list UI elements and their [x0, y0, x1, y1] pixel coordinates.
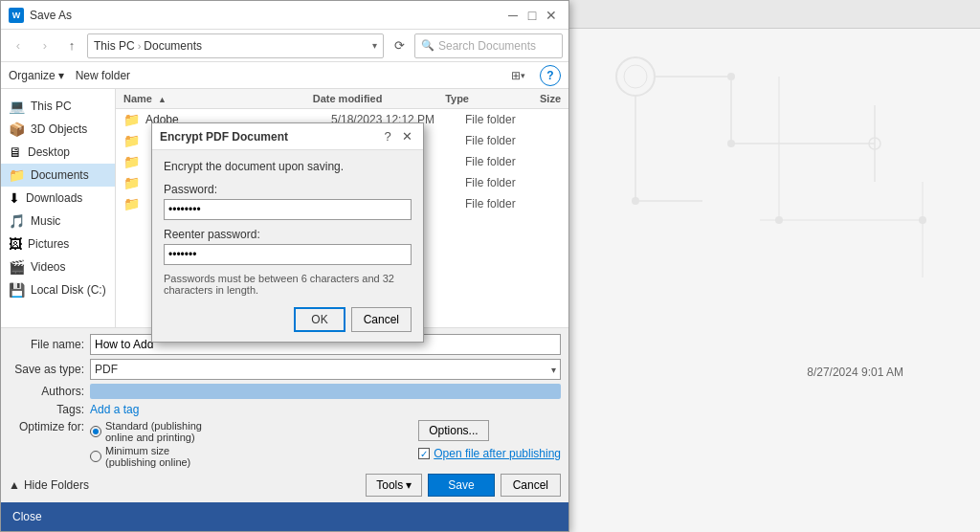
search-icon: 🔍: [421, 39, 434, 52]
downloads-icon: ⬇: [9, 190, 20, 206]
encrypt-title-buttons: ? ✕: [379, 128, 415, 145]
filename-label: File name:: [9, 338, 90, 351]
options-button[interactable]: Options...: [418, 420, 488, 441]
action-row: ▲ Hide Folders Tools ▾ Save Cancel: [9, 474, 561, 497]
sidebar-item-documents[interactable]: 📁 Documents: [1, 164, 115, 187]
file-dialog-toolbar: ‹ › ↑ This PC › Documents ▾ ⟳ 🔍 Search D…: [1, 30, 568, 62]
folder-icon: 📁: [123, 133, 140, 148]
col-header-type[interactable]: Type: [445, 93, 540, 104]
encrypt-dialog-title: Encrypt PDF Document: [160, 130, 379, 144]
col-header-date[interactable]: Date modified: [313, 93, 445, 104]
refresh-button[interactable]: ⟳: [388, 34, 411, 57]
help-button[interactable]: ?: [540, 65, 561, 86]
sidebar-item-local-disk[interactable]: 💾 Local Disk (C:): [1, 278, 115, 301]
tags-row: Tags: Add a tag: [9, 403, 561, 416]
sort-icon: ▲: [158, 95, 167, 104]
save-as-titlebar: W Save As ─ □ ✕: [1, 1, 568, 30]
add-tag-link[interactable]: Add a tag: [90, 403, 139, 416]
svg-point-17: [919, 216, 926, 224]
svg-point-15: [775, 216, 783, 224]
optimize-label: Optimize for:: [9, 420, 90, 468]
forward-button[interactable]: ›: [33, 34, 56, 57]
videos-icon: 🎬: [9, 259, 25, 275]
sidebar-item-pictures[interactable]: 🖼 Pictures: [1, 233, 115, 255]
svg-point-5: [727, 73, 735, 80]
svg-point-6: [727, 140, 735, 147]
search-bar[interactable]: 🔍 Search Documents: [414, 33, 563, 58]
up-button[interactable]: ↑: [60, 34, 83, 57]
sidebar-item-desktop[interactable]: 🖥 Desktop: [1, 141, 115, 164]
organize-button[interactable]: Organize ▾: [9, 69, 64, 82]
radio-standard-icon: [90, 426, 101, 437]
hide-folders-button[interactable]: ▲ Hide Folders: [9, 478, 89, 492]
save-as-title: Save As: [30, 9, 503, 22]
desktop-icon: 🖥: [9, 144, 22, 160]
authors-value: [90, 384, 561, 399]
close-bottom-button[interactable]: Close: [12, 510, 42, 523]
col-header-name[interactable]: Name ▲: [123, 93, 313, 104]
computer-icon: 💻: [9, 99, 25, 114]
tools-chevron-icon: ▾: [406, 478, 412, 492]
password-label: Password:: [164, 183, 412, 196]
view-options-button[interactable]: ⊞ ▾: [507, 65, 528, 86]
tags-label: Tags:: [9, 403, 90, 416]
encrypt-help-button[interactable]: ?: [379, 128, 396, 145]
folder-icon: 📁: [123, 154, 140, 169]
search-placeholder: Search Documents: [438, 39, 536, 53]
minimize-button[interactable]: ─: [503, 6, 523, 25]
circuit-decoration: [578, 29, 980, 411]
pictures-icon: 🖼: [9, 236, 22, 252]
password-input[interactable]: [164, 199, 412, 220]
save-type-select[interactable]: PDF ▾: [90, 359, 561, 380]
cancel-button[interactable]: Cancel: [501, 474, 561, 497]
file-list-header: Name ▲ Date modified Type Size: [116, 89, 568, 109]
sidebar-item-music[interactable]: 🎵 Music: [1, 210, 115, 233]
reenter-password-label: Reenter password:: [164, 228, 412, 241]
radio-minimum-icon: [90, 451, 101, 462]
sidebar-item-videos[interactable]: 🎬 Videos: [1, 255, 115, 278]
save-as-icon: W: [9, 8, 24, 23]
places-sidebar: 💻 This PC 📦 3D Objects 🖥 Desktop 📁 Docum…: [1, 89, 116, 327]
save-type-row: Save as type: PDF ▾: [9, 359, 561, 380]
save-as-form: File name: Save as type: PDF ▾ Authors: …: [1, 327, 568, 502]
maximize-button[interactable]: □: [523, 6, 542, 25]
password-warning: Passwords must be between 6 characters a…: [164, 273, 412, 296]
new-folder-button[interactable]: New folder: [76, 69, 130, 82]
folder-icon: 📁: [123, 175, 140, 190]
ok-button[interactable]: OK: [294, 307, 345, 332]
optimize-minimum-option[interactable]: Minimum size(publishing online): [90, 445, 202, 468]
folder-icon: 📁: [123, 112, 140, 127]
open-after-label[interactable]: Open file after publishing: [434, 447, 561, 460]
address-bar[interactable]: This PC › Documents ▾: [87, 33, 384, 58]
select-arrow-icon: ▾: [551, 365, 556, 375]
save-button[interactable]: Save: [428, 474, 494, 497]
optimize-standard-option[interactable]: Standard (publishingonline and printing): [90, 420, 202, 443]
encrypt-close-button[interactable]: ✕: [398, 128, 415, 145]
open-after-checkbox[interactable]: ✓: [418, 448, 430, 459]
encrypt-action-buttons: OK Cancel: [164, 307, 412, 332]
view-chevron-icon: ▾: [521, 71, 525, 80]
encrypt-body: Encrypt the document upon saving. Passwo…: [152, 150, 423, 342]
col-header-size[interactable]: Size: [540, 93, 561, 104]
extra-bottom-bar: Close: [1, 502, 568, 531]
sidebar-item-this-pc[interactable]: 💻 This PC: [1, 95, 115, 118]
view-icon: ⊞: [511, 69, 521, 82]
documents-icon: 📁: [9, 167, 25, 183]
address-this-pc: This PC: [94, 39, 135, 53]
cancel-encrypt-button[interactable]: Cancel: [351, 307, 412, 332]
open-after-option[interactable]: ✓ Open file after publishing: [418, 447, 561, 460]
address-chevron-icon: ▾: [372, 40, 377, 51]
close-button[interactable]: ✕: [542, 6, 561, 25]
sidebar-item-downloads[interactable]: ⬇ Downloads: [1, 187, 115, 210]
save-type-label: Save as type:: [9, 363, 90, 376]
reenter-password-input[interactable]: [164, 244, 412, 265]
back-button[interactable]: ‹: [7, 34, 30, 57]
optimize-options: Standard (publishingonline and printing)…: [90, 420, 202, 468]
encrypt-titlebar: Encrypt PDF Document ? ✕: [152, 123, 423, 150]
tools-button[interactable]: Tools ▾: [366, 474, 422, 497]
authors-label: Authors:: [9, 385, 90, 398]
3d-objects-icon: 📦: [9, 122, 25, 137]
organize-chevron-icon: ▾: [58, 69, 64, 82]
sidebar-item-3d-objects[interactable]: 📦 3D Objects: [1, 118, 115, 141]
address-documents: Documents: [144, 39, 202, 53]
